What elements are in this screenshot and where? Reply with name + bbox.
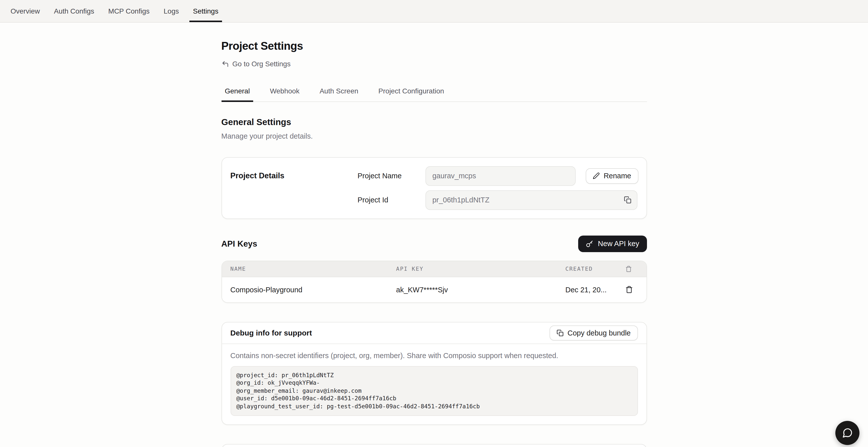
rename-button[interactable]: Rename: [585, 168, 638, 184]
project-details-fields: Project Name Rename Project Id: [358, 166, 638, 210]
code-line-org-id: @org_id: ok_jVveqqkYFWa-: [236, 379, 632, 387]
api-keys-header: API Keys New API key: [221, 235, 647, 252]
tab-webhook[interactable]: Webhook: [267, 82, 303, 102]
nav-item-overview[interactable]: Overview: [10, 0, 40, 22]
api-key-name: Composio-Playground: [222, 286, 396, 293]
column-header-api-key: API KEY: [396, 265, 565, 272]
new-api-key-label: New API key: [598, 240, 639, 248]
copy-project-id-button[interactable]: [624, 196, 631, 204]
api-key-table-row: Composio-Playground ak_KW7*****Sjv Dec 2…: [222, 277, 646, 302]
api-keys-table-header: NAME API KEY CREATED: [222, 261, 646, 277]
next-section-card-partial: [221, 444, 647, 447]
trash-icon: [625, 265, 646, 272]
tab-general[interactable]: General: [221, 82, 253, 102]
column-header-name: NAME: [222, 265, 396, 272]
api-key-created: Dec 21, 20...: [565, 286, 625, 293]
project-name-label: Project Name: [358, 172, 425, 180]
project-id-row: Project Id: [358, 190, 638, 210]
debug-code-block: @project_id: pr_06th1pLdNtTZ @org_id: ok…: [230, 366, 638, 416]
tab-auth-screen[interactable]: Auth Screen: [316, 82, 362, 102]
trash-icon: [625, 286, 633, 293]
api-keys-heading: API Keys: [221, 239, 257, 248]
code-line-org-member-email: @org_member_email: gaurav@inkeep.com: [236, 387, 632, 395]
code-line-playground-test-user-id: @playground_test_user_id: pg-test-d5e001…: [236, 403, 632, 410]
tab-project-configuration[interactable]: Project Configuration: [375, 82, 448, 102]
copy-icon: [624, 196, 631, 204]
copy-debug-bundle-label: Copy debug bundle: [567, 329, 631, 337]
nav-item-mcp-configs[interactable]: MCP Configs: [108, 0, 149, 22]
api-key-value: ak_KW7*****Sjv: [396, 286, 565, 293]
general-settings-description: Manage your project details.: [221, 132, 647, 140]
main-content: Project Settings Go to Org Settings Gene…: [221, 23, 647, 447]
key-icon: [586, 240, 593, 247]
settings-tabs: General Webhook Auth Screen Project Conf…: [221, 82, 647, 102]
nav-item-logs[interactable]: Logs: [164, 0, 179, 22]
project-id-input-wrap: [425, 190, 637, 210]
project-name-row: Project Name Rename: [358, 166, 638, 186]
debug-info-description: Contains non-secret identifiers (project…: [230, 351, 638, 359]
project-details-card: Project Details Project Name Rename: [221, 157, 647, 219]
top-nav: Overview Auth Configs MCP Configs Logs S…: [0, 0, 868, 23]
general-settings-heading: General Settings: [221, 117, 647, 127]
new-api-key-button[interactable]: New API key: [579, 235, 647, 252]
pencil-icon: [592, 172, 599, 179]
debug-info-body: Contains non-secret identifiers (project…: [222, 344, 646, 424]
project-id-label: Project Id: [358, 196, 425, 204]
debug-info-header: Debug info for support Copy debug bundle: [222, 322, 646, 344]
project-details-title: Project Details: [230, 166, 358, 210]
go-to-org-settings-link[interactable]: Go to Org Settings: [221, 60, 290, 68]
project-name-input[interactable]: [425, 166, 576, 186]
api-keys-table: NAME API KEY CREATED Composio-Playground…: [221, 260, 647, 302]
project-settings-page: Overview Auth Configs MCP Configs Logs S…: [0, 0, 868, 447]
page-title: Project Settings: [221, 40, 647, 53]
corner-up-left-icon: [221, 60, 229, 68]
back-link-label: Go to Org Settings: [232, 60, 290, 68]
column-header-created: CREATED: [565, 265, 625, 272]
chat-fab-button[interactable]: [835, 421, 860, 445]
nav-item-settings[interactable]: Settings: [193, 0, 218, 22]
project-id-input[interactable]: [425, 190, 637, 210]
chat-bubble-icon: [842, 427, 853, 439]
code-line-user-id: @user_id: d5e001b0-09ac-46d2-8451-2694ff…: [236, 395, 632, 403]
delete-api-key-button[interactable]: [625, 286, 646, 293]
nav-item-auth-configs[interactable]: Auth Configs: [54, 0, 94, 22]
code-line-project-id: @project_id: pr_06th1pLdNtTZ: [236, 372, 632, 379]
debug-info-card: Debug info for support Copy debug bundle…: [221, 322, 647, 425]
copy-debug-bundle-button[interactable]: Copy debug bundle: [549, 325, 638, 340]
rename-button-label: Rename: [603, 172, 631, 180]
debug-info-title: Debug info for support: [230, 328, 312, 337]
copy-icon: [556, 329, 563, 336]
